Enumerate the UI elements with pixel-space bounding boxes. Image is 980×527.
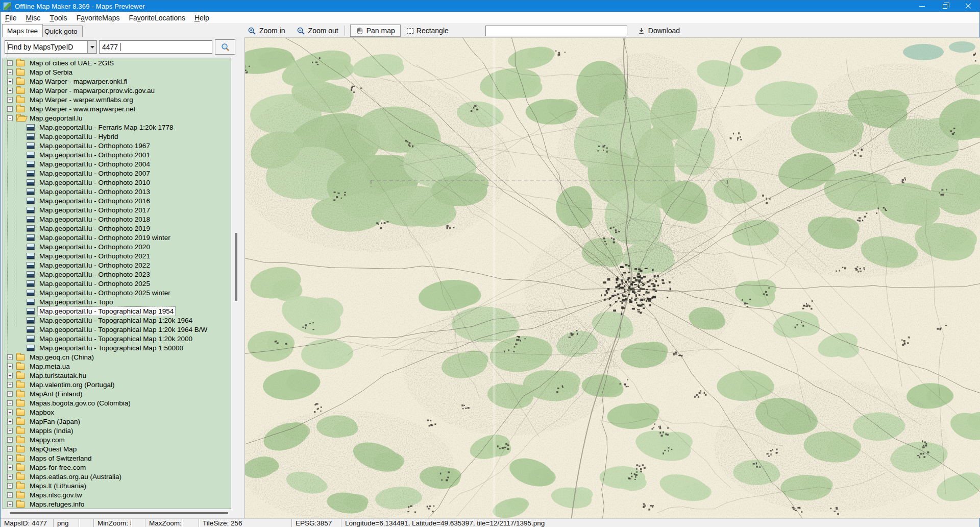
tree-item[interactable]: Map.geoportail.lu - Orthophoto 2001 [3,150,231,159]
tree-item-label[interactable]: Maps-for-free.com [28,463,87,472]
tree-item[interactable]: Map.geoportail.lu - Topographical Map 1:… [3,343,231,352]
tree-item[interactable]: + MapQuest Map [3,444,231,453]
tree-item[interactable]: + Maps.lt (Lithuania) [3,481,231,490]
tree-item-label[interactable]: Map.geoportail.lu - Ferraris Map 1:20k 1… [38,123,175,132]
tab-maps-tree[interactable]: Maps tree [2,24,43,37]
tree-item-label[interactable]: Map.geoportail.lu - Orthophoto 2019 wint… [38,233,172,242]
tree-item-label[interactable]: Map.geoportail.lu - Topo [38,298,115,306]
tree-expander-icon[interactable]: + [7,501,13,507]
tab-quick-goto[interactable]: Quick goto [39,26,83,37]
tree-item-label[interactable]: MapQuest Map [28,445,78,453]
tree-item[interactable]: Map.geoportail.lu - Topographical Map 1:… [3,316,231,325]
tree-item-label[interactable]: Maps.eatlas.org.au (Australia) [28,472,123,481]
tree-item[interactable]: Map.geoportail.lu - Orthophoto 2013 [3,187,231,196]
tree-expander-icon[interactable]: + [7,456,13,461]
zoom-out-button[interactable]: Zoom out [293,26,341,36]
find-mode-combobox[interactable]: Find by MapsTypeID [5,40,97,54]
pan-map-toggle[interactable]: Pan map [350,25,401,37]
tree-item[interactable]: + Mapas.bogota.gov.co (Colombia) [3,398,231,408]
tree-item[interactable]: + Maps-for-free.com [3,463,231,472]
tree-expander-icon[interactable]: + [7,97,13,103]
tree-item[interactable]: + Map.valentim.org (Portugal) [3,380,231,389]
tree-item[interactable]: + Map.geoq.cn (China) [3,352,231,362]
menu-item[interactable]: FavoriteLocations [124,12,190,23]
tree-item[interactable]: Map.geoportail.lu - Orthophoto 2017 [3,205,231,214]
tree-item-label[interactable]: Map.turistautak.hu [28,371,88,380]
tree-expander-icon[interactable]: + [7,364,13,369]
tree-expander-icon[interactable]: + [7,492,13,498]
tree-item-label[interactable]: Map.geoportail.lu - Orthophoto 2022 [38,261,152,270]
tree-horizontal-scrollbar[interactable] [3,510,231,516]
tree-expander-icon[interactable]: - [7,115,13,121]
tree-item-label[interactable]: MapFan (Japan) [28,417,82,426]
tree-item-label[interactable]: Map.geoportail.lu - Orthophoto 2013 [38,187,152,196]
tree-item[interactable]: Map.geoportail.lu - Hybrid [3,132,231,141]
tree-expander-icon[interactable]: + [7,400,13,406]
tree-item[interactable]: + Map of cities of UAE - 2GIS [3,58,231,67]
zoom-in-button[interactable]: Zoom in [244,26,288,36]
tree-item-label[interactable]: Mappy.com [28,436,66,444]
tree-expander-icon[interactable]: + [7,79,13,84]
scrollbar-thumb[interactable] [235,233,237,301]
tree-item[interactable]: + Map.meta.ua [3,362,231,371]
tree-item[interactable]: Map.geoportail.lu - Orthophoto 2007 [3,169,231,178]
tree-item[interactable]: Map.geoportail.lu - Orthophoto 2025 [3,279,231,288]
tree-item-label[interactable]: Map.valentim.org (Portugal) [28,380,116,389]
tree-item[interactable]: Map.geoportail.lu - Orthophoto 2020 [3,242,231,251]
tree-expander-icon[interactable]: + [7,382,13,388]
tree-item-label[interactable]: Map.geoportail.lu - Orthophoto 2018 [38,215,152,224]
tree-item[interactable]: + Maps.eatlas.org.au (Australia) [3,472,231,481]
tree-item[interactable]: + Map Warper - mapwarper.onki.fi [3,77,231,86]
tree-expander-icon[interactable]: + [7,106,13,112]
map-viewport[interactable] [244,37,980,518]
tree-item-label[interactable]: Map Warper - warper.wmflabs.org [28,95,135,104]
tree-item-label[interactable]: Map.geoportail.lu - Orthophoto 2017 [38,206,152,214]
tree-item[interactable]: - Map.geoportail.lu [3,113,231,123]
menu-item[interactable]: FavoriteMaps [72,12,125,23]
tree-item-label[interactable]: Map.geoportail.lu - Orthophoto 2019 [38,224,152,233]
tree-expander-icon[interactable]: + [7,419,13,424]
tree-item-label[interactable]: Mapas.bogota.gov.co (Colombia) [28,399,132,408]
tree-vertical-scrollbar[interactable] [232,58,240,509]
menu-item[interactable]: Help [190,12,214,23]
tree-expander-icon[interactable]: + [7,88,13,93]
tree-item[interactable]: Map.geoportail.lu - Ferraris Map 1:20k 1… [3,123,231,132]
topographic-map-1954[interactable] [245,38,980,518]
tree-item-label[interactable]: Map Warper - mapwarper.prov.vic.gov.au [28,86,156,95]
tree-expander-icon[interactable]: + [7,373,13,378]
tree-item-label[interactable]: Mapbox [28,408,56,417]
tree-item-label[interactable]: Map.geoportail.lu - Orthophoto 1967 [38,141,152,150]
tree-item-label[interactable]: Map.meta.ua [28,362,71,371]
tree-expander-icon[interactable]: + [7,428,13,434]
tree-item-label[interactable]: Map.geoportail.lu - Orthophoto 2021 [38,252,152,260]
tree-item[interactable]: + Map.turistautak.hu [3,371,231,380]
tree-item[interactable]: Map.geoportail.lu - Orthophoto 2016 [3,196,231,205]
tree-item[interactable]: + Map Warper - warper.wmflabs.org [3,95,231,104]
tree-item[interactable]: + Maps.refuges.info [3,499,231,509]
tree-item-label[interactable]: Maps.refuges.info [28,500,86,509]
menu-item[interactable]: Tools [45,12,71,23]
tree-item-label[interactable]: Map.geoportail.lu - Topographical Map 19… [38,307,175,316]
tree-item[interactable]: + Mappls (India) [3,426,231,435]
tree-item-label[interactable]: Map.geoportail.lu - Topographical Map 1:… [38,334,194,343]
tree-item-label[interactable]: Map.geoportail.lu - Orthophoto 2001 [38,151,152,159]
tree-expander-icon[interactable]: + [7,474,13,480]
tree-item-label[interactable]: Map.geoportail.lu - Orthophoto 2016 [38,197,152,205]
tree-expander-icon[interactable]: + [7,410,13,415]
tree-item-label[interactable]: Map.geoportail.lu - Orthophoto 2007 [38,169,152,178]
tree-item[interactable]: Map.geoportail.lu - Topographical Map 1:… [3,334,231,343]
tree-item-label[interactable]: MapAnt (Finland) [28,390,84,398]
download-button[interactable]: Download [634,26,683,36]
tree-item-label[interactable]: Maps.lt (Lithuania) [28,482,88,490]
tree-item[interactable]: + MapAnt (Finland) [3,389,231,398]
tree-item[interactable]: Map.geoportail.lu - Topo [3,297,231,306]
tree-item[interactable]: + MapFan (Japan) [3,417,231,426]
close-button[interactable] [957,1,979,12]
tree-item-label[interactable]: Map.geoportail.lu - Hybrid [38,132,120,141]
tree-expander-icon[interactable]: + [7,465,13,470]
tree-expander-icon[interactable]: + [7,446,13,452]
tree-item[interactable]: Map.geoportail.lu - Orthophoto 2021 [3,251,231,260]
combo-dropdown-button[interactable] [87,41,96,53]
tree-item-label[interactable]: Map.geoportail.lu - Orthophoto 2010 [38,178,152,187]
tree-item-label[interactable]: Map.geoportail.lu - Topographical Map 1:… [38,325,209,334]
